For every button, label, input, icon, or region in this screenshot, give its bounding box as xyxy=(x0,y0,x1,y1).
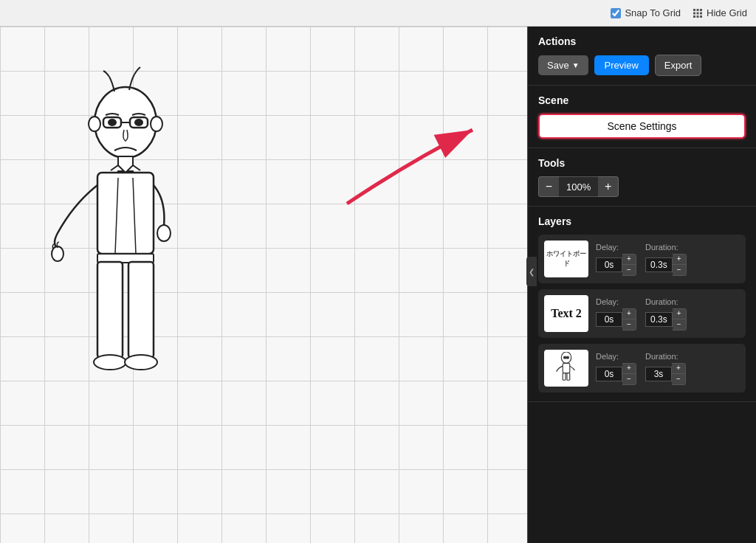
duration-decrease-button[interactable]: − xyxy=(673,319,686,330)
layers-list: ホワイトボード Delay: 0s + − xyxy=(538,235,746,392)
preview-button[interactable]: Preview xyxy=(594,55,649,75)
delay-group: Delay: 0s + − xyxy=(596,297,636,331)
duration-stepper: 0.3s + − xyxy=(645,308,687,331)
layer-item[interactable]: ホワイトボード Delay: 0s + − xyxy=(538,235,746,283)
export-button[interactable]: Export xyxy=(655,55,702,76)
svg-rect-30 xyxy=(563,363,570,373)
duration-group: Duration: 0.3s + − xyxy=(645,243,687,276)
hide-grid-text: Hide Grid xyxy=(707,7,747,18)
layer-control-row: Delay: 0s + − Duration: xyxy=(596,297,740,331)
svg-point-11 xyxy=(151,117,162,131)
duration-value: 3s xyxy=(645,367,672,381)
delay-label: Delay: xyxy=(596,297,636,306)
duration-stepper: 0.3s + − xyxy=(645,254,687,276)
zoom-minus-button[interactable]: − xyxy=(538,176,559,197)
panel-collapse-handle[interactable]: ❮ xyxy=(526,257,537,286)
actions-buttons: Save ▼ Preview Export xyxy=(538,55,746,76)
layer-controls: Delay: 0s + − Duration: xyxy=(596,297,740,331)
svg-rect-6 xyxy=(693,15,695,18)
delay-increase-button[interactable]: + xyxy=(622,309,636,319)
delay-btn-group: + − xyxy=(622,254,636,276)
svg-rect-3 xyxy=(693,12,695,14)
duration-label: Duration: xyxy=(645,352,686,361)
delay-decrease-button[interactable]: − xyxy=(622,265,636,275)
top-bar: Snap To Grid Hide Grid xyxy=(0,0,756,27)
delay-group: Delay: 0s + − xyxy=(596,243,636,276)
actions-title: Actions xyxy=(538,35,746,47)
grid-icon xyxy=(693,8,703,18)
delay-stepper: 0s + − xyxy=(596,308,636,331)
duration-value: 0.3s xyxy=(645,257,673,272)
layer-control-row: Delay: 0s + − Duration: xyxy=(596,243,740,276)
svg-point-16 xyxy=(134,119,143,126)
svg-rect-21 xyxy=(128,262,154,358)
layer-thumb-text: Text 2 xyxy=(551,307,582,320)
layer-item[interactable]: Delay: 0s + − Duration: xyxy=(538,344,746,392)
delay-increase-button[interactable]: + xyxy=(622,255,636,265)
delay-decrease-button[interactable]: − xyxy=(622,374,636,384)
delay-value: 0s xyxy=(596,312,622,327)
svg-rect-33 xyxy=(563,356,566,359)
save-dropdown-arrow: ▼ xyxy=(572,61,580,69)
duration-increase-button[interactable]: + xyxy=(672,364,685,374)
delay-stepper: 0s + − xyxy=(596,254,636,276)
duration-btn-group: + − xyxy=(673,254,687,276)
svg-rect-1 xyxy=(697,9,699,11)
main-layout: ❮ Actions Save ▼ Preview Export Scene Sc… xyxy=(0,27,756,543)
character-container xyxy=(44,56,207,484)
duration-label: Duration: xyxy=(645,297,687,306)
zoom-control: − 100% + xyxy=(538,176,746,197)
svg-rect-32 xyxy=(567,373,570,381)
scene-section: Scene Scene Settings xyxy=(528,86,756,148)
actions-section: Actions Save ▼ Preview Export xyxy=(528,27,756,86)
delay-value: 0s xyxy=(596,257,622,272)
tools-section: Tools − 100% + xyxy=(528,148,756,207)
duration-decrease-button[interactable]: − xyxy=(673,265,686,275)
duration-increase-button[interactable]: + xyxy=(673,309,686,319)
layer-thumbnail: ホワイトボード xyxy=(544,241,588,277)
delay-label: Delay: xyxy=(596,352,636,361)
right-panel: Actions Save ▼ Preview Export Scene Scen… xyxy=(527,27,756,543)
delay-decrease-button[interactable]: − xyxy=(622,319,636,330)
svg-rect-5 xyxy=(700,12,702,14)
duration-increase-button[interactable]: + xyxy=(673,255,686,265)
layer-item[interactable]: Text 2 Delay: 0s + − xyxy=(538,289,746,338)
layer-controls: Delay: 0s + − Duration: xyxy=(596,352,740,385)
duration-decrease-button[interactable]: − xyxy=(672,374,685,384)
snap-to-grid-checkbox[interactable] xyxy=(611,8,621,18)
duration-value: 0.3s xyxy=(645,312,673,327)
layers-section: Layers ホワイトボード Delay: 0s xyxy=(528,207,756,402)
svg-rect-7 xyxy=(697,15,699,18)
save-label: Save xyxy=(547,60,569,71)
svg-rect-0 xyxy=(693,9,695,11)
delay-btn-group: + − xyxy=(622,363,636,385)
svg-point-15 xyxy=(108,119,117,126)
layer-control-row: Delay: 0s + − Duration: xyxy=(596,352,740,385)
collapse-icon: ❮ xyxy=(529,268,535,276)
scene-title: Scene xyxy=(538,94,746,106)
layer-thumbnail: Text 2 xyxy=(544,295,588,332)
svg-rect-31 xyxy=(563,373,566,381)
hide-grid-button[interactable]: Hide Grid xyxy=(693,7,747,18)
scene-settings-button[interactable]: Scene Settings xyxy=(538,114,746,139)
delay-group: Delay: 0s + − xyxy=(596,352,636,385)
svg-point-25 xyxy=(157,225,171,241)
snap-to-grid-label[interactable]: Snap To Grid xyxy=(611,7,681,18)
canvas-area[interactable] xyxy=(0,27,527,543)
duration-btn-group: + − xyxy=(672,363,686,385)
svg-rect-8 xyxy=(700,15,702,18)
svg-rect-4 xyxy=(697,12,699,14)
zoom-plus-button[interactable]: + xyxy=(598,176,619,197)
layer-thumb-text: ホワイトボード xyxy=(544,248,588,270)
layer-thumbnail xyxy=(544,350,588,387)
save-button[interactable]: Save ▼ xyxy=(538,55,588,75)
duration-group: Duration: 0.3s + − xyxy=(645,297,687,331)
delay-increase-button[interactable]: + xyxy=(622,364,636,374)
duration-btn-group: + − xyxy=(673,308,687,331)
delay-label: Delay: xyxy=(596,243,636,252)
svg-point-23 xyxy=(125,355,157,370)
svg-point-22 xyxy=(94,355,126,370)
svg-point-10 xyxy=(89,117,100,131)
layers-title: Layers xyxy=(538,215,746,227)
delay-btn-group: + − xyxy=(622,308,636,331)
